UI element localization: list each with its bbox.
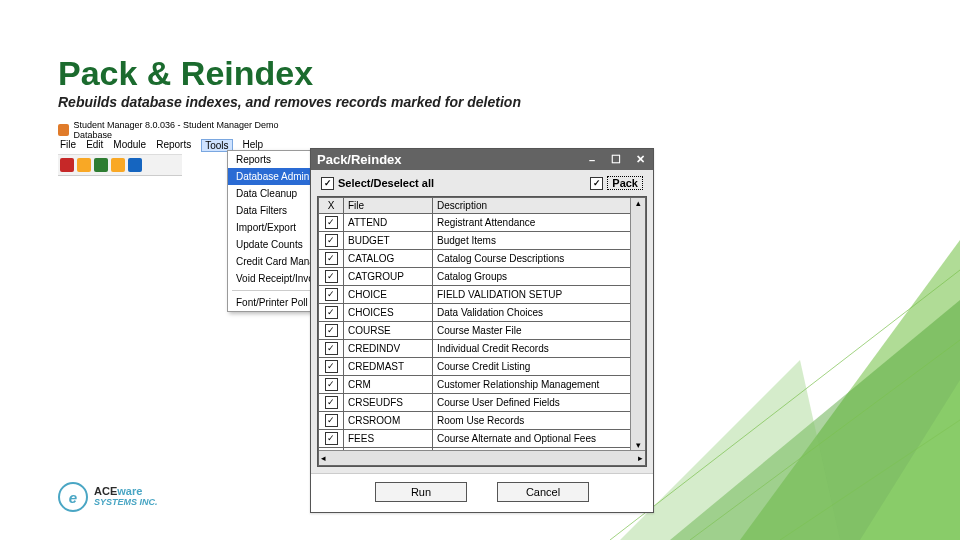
table-row[interactable]: ✓CHOICEFIELD VALIDATION SETUP (319, 286, 646, 304)
svg-line-5 (690, 340, 960, 540)
row-checkbox[interactable]: ✓ (319, 394, 344, 412)
row-file: FEES (344, 430, 433, 448)
checkbox-icon: ✓ (325, 360, 338, 373)
row-description: Course Master File (433, 322, 646, 340)
slide-subtitle: Rebuilds database indexes, and removes r… (58, 94, 521, 110)
checkbox-icon: ✓ (325, 414, 338, 427)
checkbox-icon: ✓ (325, 252, 338, 265)
logo-subtext: SYSTEMS INC. (94, 497, 158, 508)
table-row[interactable]: ✓CATGROUPCatalog Groups (319, 268, 646, 286)
row-checkbox[interactable]: ✓ (319, 322, 344, 340)
app-title: Student Manager 8.0.036 - Student Manage… (73, 120, 308, 140)
svg-line-6 (780, 420, 960, 540)
table-row[interactable]: ✓FEESCourse Alternate and Optional Fees (319, 430, 646, 448)
row-description: Course Alternate and Optional Fees (433, 430, 646, 448)
table-row[interactable]: ✓CREDINDVIndividual Credit Records (319, 340, 646, 358)
app-icon (58, 124, 69, 136)
row-description: Room Use Records (433, 412, 646, 430)
row-checkbox[interactable]: ✓ (319, 412, 344, 430)
row-checkbox[interactable]: ✓ (319, 430, 344, 448)
checkbox-icon: ✓ (325, 324, 338, 337)
row-file: ATTEND (344, 214, 433, 232)
window-title: Pack/Reindex (317, 152, 402, 167)
vertical-scrollbar[interactable]: ▴ ▾ (630, 198, 645, 450)
row-file: CREDMAST (344, 358, 433, 376)
col-file[interactable]: File (344, 198, 433, 214)
row-description: Budget Items (433, 232, 646, 250)
file-grid: X File Description ✓ATTENDRegistrant Att… (317, 196, 647, 467)
select-all-checkbox[interactable]: ✓ Select/Deselect all (321, 177, 434, 190)
table-row[interactable]: ✓CRMCustomer Relationship Management (319, 376, 646, 394)
row-file: CRSROOM (344, 412, 433, 430)
col-desc[interactable]: Description (433, 198, 646, 214)
table-row[interactable]: ✓CREDMASTCourse Credit Listing (319, 358, 646, 376)
menu-edit[interactable]: Edit (86, 139, 103, 152)
close-icon[interactable]: ✕ (633, 153, 647, 167)
row-description: Catalog Course Descriptions (433, 250, 646, 268)
table-row[interactable]: ✓COURSECourse Master File (319, 322, 646, 340)
logo-mark: e (58, 482, 88, 512)
toolbar-icon-3[interactable] (94, 158, 108, 172)
window-titlebar: Pack/Reindex – ☐ ✕ (311, 149, 653, 170)
cancel-button[interactable]: Cancel (497, 482, 589, 502)
row-checkbox[interactable]: ✓ (319, 232, 344, 250)
row-description: FIELD VALIDATION SETUP (433, 286, 646, 304)
table-row[interactable]: ✓CATALOGCatalog Course Descriptions (319, 250, 646, 268)
row-description: Registrant Attendance (433, 214, 646, 232)
checkbox-icon: ✓ (321, 177, 334, 190)
row-checkbox[interactable]: ✓ (319, 268, 344, 286)
toolbar-icon-5[interactable] (128, 158, 142, 172)
row-file: BUDGET (344, 232, 433, 250)
slide-title: Pack & Reindex (58, 54, 313, 93)
logo-text-ware: ware (117, 485, 142, 497)
scroll-down-icon[interactable]: ▾ (636, 440, 641, 450)
table-row[interactable]: ✓BUDGETBudget Items (319, 232, 646, 250)
menu-module[interactable]: Module (113, 139, 146, 152)
row-checkbox[interactable]: ✓ (319, 304, 344, 322)
row-file: CRM (344, 376, 433, 394)
toolbar-icon-4[interactable] (111, 158, 125, 172)
select-all-label: Select/Deselect all (338, 177, 434, 189)
run-button[interactable]: Run (375, 482, 467, 502)
table-row[interactable]: ✓CRSEUDFSCourse User Defined Fields (319, 394, 646, 412)
scroll-up-icon[interactable]: ▴ (636, 198, 641, 208)
row-file: CREDINDV (344, 340, 433, 358)
checkbox-icon: ✓ (325, 288, 338, 301)
row-file: CATALOG (344, 250, 433, 268)
row-checkbox[interactable]: ✓ (319, 340, 344, 358)
maximize-icon[interactable]: ☐ (609, 153, 623, 167)
checkbox-icon: ✓ (325, 216, 338, 229)
svg-marker-2 (860, 380, 960, 540)
menu-file[interactable]: File (60, 139, 76, 152)
row-checkbox[interactable]: ✓ (319, 214, 344, 232)
svg-marker-0 (740, 240, 960, 540)
row-description: Individual Credit Records (433, 340, 646, 358)
menu-reports[interactable]: Reports (156, 139, 191, 152)
col-x[interactable]: X (319, 198, 344, 214)
minimize-icon[interactable]: – (585, 153, 599, 167)
toolbar-icon-2[interactable] (77, 158, 91, 172)
pack-label: Pack (607, 176, 643, 190)
checkbox-icon: ✓ (325, 234, 338, 247)
svg-line-4 (610, 270, 960, 540)
row-checkbox[interactable]: ✓ (319, 250, 344, 268)
horizontal-scrollbar[interactable]: ◂ ▸ (319, 450, 645, 465)
row-file: CRSEUDFS (344, 394, 433, 412)
checkbox-icon: ✓ (325, 432, 338, 445)
row-description: Course User Defined Fields (433, 394, 646, 412)
checkbox-icon: ✓ (325, 396, 338, 409)
row-file: CHOICES (344, 304, 433, 322)
scroll-right-icon[interactable]: ▸ (638, 453, 643, 463)
row-file: CHOICE (344, 286, 433, 304)
row-checkbox[interactable]: ✓ (319, 376, 344, 394)
toolbar-icon-1[interactable] (60, 158, 74, 172)
table-row[interactable]: ✓ATTENDRegistrant Attendance (319, 214, 646, 232)
table-row[interactable]: ✓CRSROOMRoom Use Records (319, 412, 646, 430)
table-row[interactable]: ✓CHOICESData Validation Choices (319, 304, 646, 322)
row-description: Customer Relationship Management (433, 376, 646, 394)
row-description: Course Credit Listing (433, 358, 646, 376)
scroll-left-icon[interactable]: ◂ (321, 453, 326, 463)
pack-option[interactable]: ✓ Pack (590, 176, 643, 190)
row-checkbox[interactable]: ✓ (319, 358, 344, 376)
row-checkbox[interactable]: ✓ (319, 286, 344, 304)
